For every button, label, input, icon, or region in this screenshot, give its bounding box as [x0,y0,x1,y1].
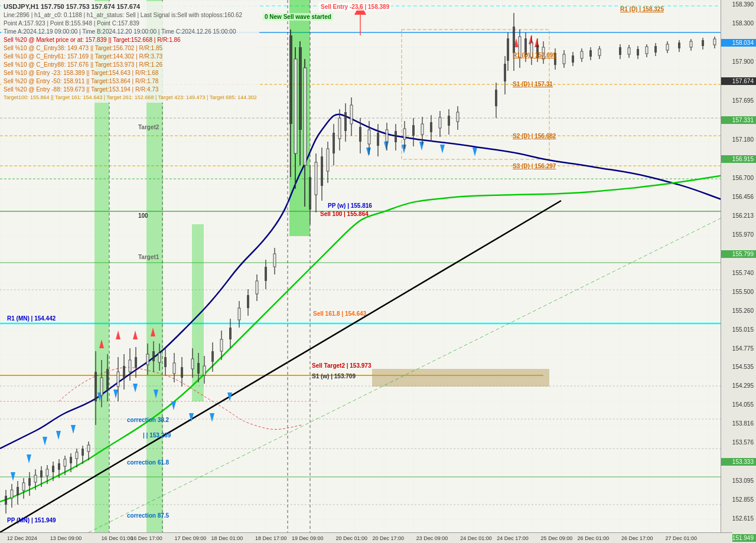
svg-rect-102 [152,351,155,361]
svg-rect-64 [28,478,31,486]
svg-rect-188 [513,27,515,53]
svg-rect-114 [197,363,200,374]
svg-rect-214 [628,48,630,54]
price-152615: 152.615 [721,515,756,522]
time-20dec01: 20 Dec 01:00 [335,535,367,541]
svg-rect-78 [70,457,72,463]
svg-rect-106 [164,357,167,367]
svg-rect-158 [359,127,361,142]
svg-rect-174 [430,122,432,132]
svg-rect-200 [554,53,556,65]
svg-rect-230 [713,39,716,45]
svg-rect-128 [256,281,258,294]
svg-rect-120 [220,339,223,351]
svg-rect-168 [403,129,406,139]
svg-rect-132 [273,254,276,267]
svg-rect-170 [412,125,415,136]
time-26dec01: 26 Dec 01:00 [578,535,610,541]
price-153333-highlight: 153.333 [721,458,756,466]
svg-rect-126 [247,295,249,308]
time-24dec01: 24 Dec 01:00 [460,535,492,541]
price-156213: 156.213 [721,212,756,219]
svg-rect-196 [536,45,539,58]
time-17dec: 17 Dec 09:00 [175,535,207,541]
svg-rect-226 [690,41,692,47]
price-152855: 152.855 [721,496,756,503]
time-23dec: 23 Dec 09:00 [416,535,448,541]
svg-rect-116 [203,366,206,375]
price-156700: 156.700 [721,175,756,181]
svg-rect-224 [678,42,680,48]
svg-rect-21 [192,224,204,401]
time-12dec: 12 Dec 2024 [7,535,37,541]
price-153816: 153.816 [721,420,756,427]
svg-rect-74 [58,463,60,470]
svg-rect-96 [129,360,131,372]
svg-rect-58 [11,490,13,498]
svg-rect-218 [646,47,648,54]
price-156456: 156.456 [721,194,756,200]
price-158390: 158.390 [721,1,756,8]
price-155500: 155.500 [721,289,756,295]
price-158300: 158.300 [721,20,756,27]
price-153095: 153.095 [721,477,756,484]
svg-rect-144 [315,162,317,195]
sell-line5: Sell %10 @ Entry -23: 158.389 || Target:… [4,69,257,77]
svg-rect-108 [173,363,175,374]
svg-rect-166 [395,131,397,142]
price-155015: 155.015 [721,326,756,333]
svg-rect-100 [146,354,149,365]
svg-rect-192 [524,38,527,55]
svg-rect-23 [372,369,549,387]
svg-rect-138 [299,47,302,130]
time-20dec17: 20 Dec 17:00 [372,535,404,541]
time-16dec17: 16 Dec 17:00 [131,535,162,541]
svg-rect-156 [350,105,353,124]
sell-line3: Sell %10 @ C_Entry61: 157.169 || Target:… [4,53,257,61]
time-13dec: 13 Dec 09:00 [50,535,82,541]
svg-rect-194 [530,42,533,57]
svg-rect-90 [106,369,109,390]
svg-rect-206 [581,51,583,58]
svg-rect-178 [448,116,450,126]
price-156915-highlight: 156.915 [721,155,756,163]
svg-rect-164 [386,130,388,142]
time-25dec: 25 Dec 09:00 [541,535,573,541]
time-16dec01: 16 Dec 01:00 [102,535,133,541]
svg-rect-154 [344,112,347,131]
info-overlay: USDJPY,H1 157.750 157.753 157.674 157.67… [1,1,259,103]
svg-rect-124 [238,308,240,320]
price-155799-highlight: 155.799 [721,250,756,258]
indicator-line3: Time A:2024.12.19 09:00:00 | Time B:2024… [4,28,257,36]
price-153576: 153.576 [721,439,756,446]
price-157695: 157.695 [721,97,756,104]
indicator-line2: Point A:157.923 | Point B:155.948 | Poin… [4,19,257,28]
sell-line7: Sell %20 @ Entry -88: 159.673 || Target:… [4,86,257,94]
svg-rect-82 [82,449,84,456]
svg-rect-56 [5,496,7,505]
chart-container: MARKETZITRADE [0,0,756,543]
svg-rect-86 [94,372,97,401]
svg-rect-94 [123,366,125,379]
price-158034-highlight: 158.034 [721,39,756,47]
svg-rect-148 [327,149,329,171]
time-axis: 12 Dec 2024 13 Dec 09:00 16 Dec 01:00 16… [0,532,732,543]
time-18dec17: 18 Dec 17:00 [255,535,287,541]
svg-rect-70 [46,469,48,476]
sell-line4: Sell %10 @ C_Entry88: 157.676 || Target:… [4,61,257,69]
svg-rect-68 [40,470,43,477]
price-154535: 154.535 [721,364,756,370]
price-157900: 157.900 [721,58,756,65]
svg-rect-110 [181,367,183,378]
svg-rect-80 [76,452,78,459]
svg-rect-104 [158,353,161,362]
price-155970: 155.970 [721,231,756,238]
svg-rect-136 [294,59,297,153]
svg-rect-92 [117,372,119,387]
svg-rect-190 [519,37,521,58]
svg-rect-152 [338,118,341,139]
svg-rect-210 [598,49,601,55]
svg-rect-60 [17,487,19,495]
svg-rect-134 [289,35,292,124]
svg-rect-118 [211,351,214,362]
